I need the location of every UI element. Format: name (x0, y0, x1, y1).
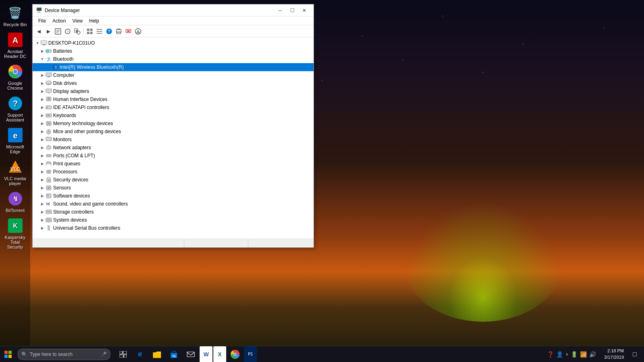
svg-rect-96 (47, 219, 51, 221)
menu-help[interactable]: Help (86, 17, 103, 25)
tree-item-computer[interactable]: ▶ Computer (33, 71, 314, 79)
bittorrent-label: BitTorrent (6, 208, 25, 213)
menu-file[interactable]: File (35, 17, 49, 25)
menu-action[interactable]: Action (49, 17, 69, 25)
hp-tray-icon[interactable]: ❓ (547, 351, 554, 358)
toolbar-action-btn[interactable] (134, 27, 142, 36)
desktop-icon-vlc[interactable]: VLC VLC media player (1, 157, 29, 187)
svg-rect-100 (4, 351, 8, 354)
taskbar-file-explorer-icon[interactable] (149, 346, 165, 362)
chrome-icon (7, 64, 23, 80)
svg-rect-103 (8, 355, 12, 358)
toolbar-view-icon[interactable] (85, 27, 94, 36)
desktop-icon-edge[interactable]: e Microsoft Edge (1, 125, 29, 156)
notification-button[interactable]: □ (629, 346, 641, 362)
desktop-icon-kaspersky[interactable]: K Kaspersky Total Security (1, 216, 29, 251)
tree-item-processors[interactable]: ▶ Processors (33, 168, 314, 176)
tree-item-network[interactable]: ▶ Network adapters (33, 144, 314, 152)
svg-rect-105 (123, 351, 127, 354)
window-minimize-button[interactable]: ─ (274, 4, 286, 16)
tree-item-sensors[interactable]: ▶ Sensors (33, 184, 314, 192)
storage-icon (45, 209, 52, 215)
toolbar-scan-hardware[interactable] (73, 27, 82, 36)
window-maximize-button[interactable]: ☐ (286, 4, 298, 16)
toolbar-device-print[interactable] (114, 27, 123, 36)
network-label: Network adapters (53, 145, 91, 150)
tree-item-monitors[interactable]: ▶ Monitors (33, 136, 314, 144)
desktop-icon-acrobat[interactable]: A Acrobat Reader DC (1, 30, 29, 60)
bluetooth-label: Bluetooth (53, 56, 74, 62)
tree-item-software[interactable]: ▶ Software devices (33, 192, 314, 200)
window-close-button[interactable]: ✕ (298, 4, 310, 16)
svg-rect-52 (46, 73, 52, 76)
tree-item-storage[interactable]: ▶ Storage controllers (33, 208, 314, 216)
battery-tray-icon[interactable]: 🔋 (571, 351, 578, 358)
desktop-icon-hp-support[interactable]: ? Support Assistant (1, 94, 29, 124)
toolbar-help[interactable]: ? (105, 27, 114, 36)
toolbar-remove-device[interactable] (124, 27, 133, 36)
hp-support-label: Support Assistant (3, 113, 28, 122)
taskbar-excel-icon[interactable]: X (213, 346, 226, 362)
hid-label: Human Interface Devices (53, 97, 107, 102)
tree-item-hid[interactable]: ▶ Human Interface Devices (33, 95, 314, 103)
desktop-icon-recycle-bin[interactable]: 🗑️ Recycle Bin (1, 3, 29, 29)
memory-label: Memory technology devices (53, 121, 113, 126)
tree-item-sound[interactable]: ▶ Sound, video and game controllers (33, 200, 314, 208)
desktop-icon-chrome[interactable]: Google Chrome (1, 62, 29, 92)
svg-rect-65 (48, 115, 49, 115)
toolbar-back-button[interactable]: ◀ (34, 27, 43, 36)
taskbar-powershell-icon[interactable]: PS (244, 346, 257, 362)
menu-view[interactable]: View (69, 17, 86, 25)
taskbar-chrome-icon[interactable] (227, 346, 243, 362)
tree-item-mice[interactable]: ▶ Mice and other pointing devices (33, 128, 314, 136)
window-title-text: Device Manager (45, 8, 272, 13)
tree-item-print[interactable]: ▶ Print queues (33, 160, 314, 168)
toolbar-forward-button[interactable]: ▶ (44, 27, 53, 36)
tree-item-root[interactable]: ▼ DESKTOP-K1C01UO (33, 39, 314, 47)
tree-item-security[interactable]: ▶ Security devices (33, 176, 314, 184)
desktop-icon-bittorrent[interactable]: ↯ BitTorrent (1, 189, 29, 214)
toolbar-list-view[interactable] (95, 27, 104, 36)
chevron-up-icon[interactable]: ∧ (566, 352, 568, 356)
wifi-icon[interactable]: 📶 (580, 351, 587, 358)
tree-view[interactable]: ▼ DESKTOP-K1C01UO ▶ Batteries ▼ ℬ (33, 37, 314, 239)
svg-rect-67 (47, 116, 50, 116)
taskbar-word-icon[interactable]: W (200, 346, 213, 362)
tree-item-batteries[interactable]: ▶ Batteries (33, 47, 314, 55)
volume-icon[interactable]: 🔊 (589, 351, 596, 358)
toolbar-show-properties[interactable] (54, 27, 62, 36)
tree-item-keyboards[interactable]: ▶ Keyboards (33, 111, 314, 119)
storage-chevron: ▶ (39, 209, 45, 215)
task-view-button[interactable] (115, 346, 131, 362)
people-icon[interactable]: 👤 (556, 351, 563, 358)
toolbar-update-driver[interactable]: ? (63, 27, 72, 36)
tree-item-ide[interactable]: ▶ IDE ATA/ATAPI controllers (33, 103, 314, 111)
svg-point-5 (13, 70, 17, 74)
start-button[interactable] (0, 346, 16, 362)
taskbar-mail-icon[interactable] (183, 346, 199, 362)
tree-item-memory[interactable]: ▶ Memory technology devices (33, 119, 314, 128)
tree-item-disk-drives[interactable]: ▶ Disk drives (33, 79, 314, 87)
svg-rect-76 (46, 154, 51, 157)
tree-item-usb[interactable]: ▶ Universal Serial Bus controllers (33, 224, 314, 232)
svg-rect-27 (87, 32, 89, 34)
tree-item-ports[interactable]: ▶ Ports (COM & LPT) (33, 152, 314, 160)
display-label: Display adapters (53, 88, 89, 94)
svg-text:VLC: VLC (10, 167, 20, 172)
tree-item-display-adapters[interactable]: ▶ Display adapters (33, 87, 314, 95)
menu-bar: File Action View Help (33, 16, 314, 25)
bluetooth-device-label: Intel(R) Wireless Bluetooth(R) (60, 64, 124, 70)
tree-item-system[interactable]: ▶ System devices (33, 216, 314, 224)
search-icon: 🔍 (21, 352, 27, 357)
search-placeholder: Type here to search (30, 352, 72, 357)
window-controls: ─ ☐ ✕ (274, 4, 310, 16)
search-box[interactable]: 🔍 Type here to search 🎤 (18, 349, 110, 360)
tree-item-bluetooth[interactable]: ▼ ℬ Bluetooth (33, 55, 314, 63)
vlc-label: VLC media player (3, 176, 28, 186)
tree-item-bluetooth-device[interactable]: ℬ Intel(R) Wireless Bluetooth(R) (33, 63, 314, 71)
taskbar-store-icon[interactable]: 🛍 (166, 346, 182, 362)
print-label: Print queues (53, 161, 80, 167)
taskbar-edge-icon[interactable]: e (132, 346, 148, 362)
computer-icon (45, 72, 52, 78)
clock-display[interactable]: 2:18 PM 3/17/2019 (601, 348, 627, 360)
